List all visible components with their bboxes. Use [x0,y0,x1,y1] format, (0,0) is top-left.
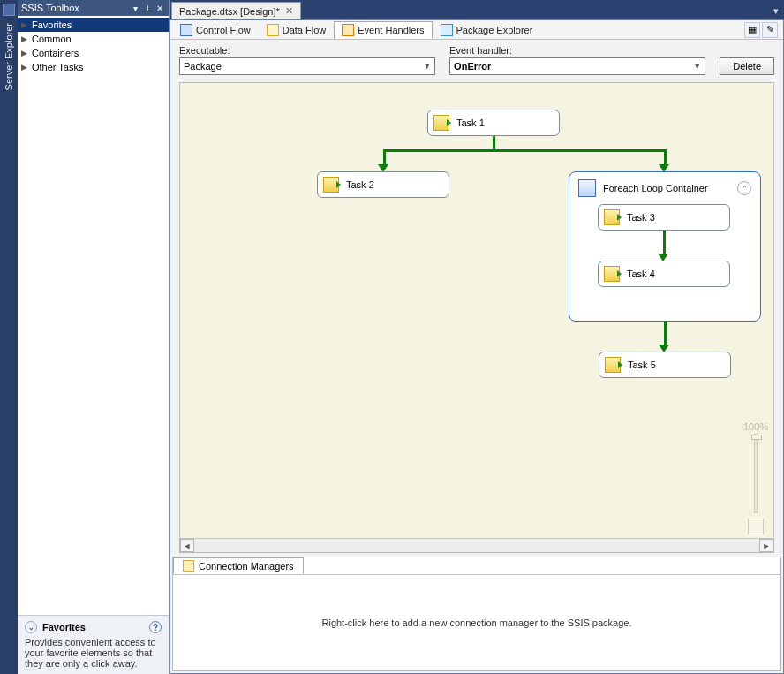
caret-icon: ▶ [21,34,28,43]
chevron-down-icon: ▼ [423,62,431,71]
tab-label: Control Flow [196,25,251,35]
task-node-4[interactable]: Task 4 [598,261,730,287]
task-label: Task 3 [627,212,655,223]
tab-label: Event Handlers [358,25,424,35]
event-handler-label: Event handler: [449,45,705,56]
delete-button[interactable]: Delete [720,57,774,75]
tab-data-flow[interactable]: Data Flow [259,21,335,39]
caret-icon: ▶ [21,20,28,29]
chevron-down-icon: ▼ [693,62,701,71]
toolbox-tree: ▶ Favorites ▶ Common ▶ Containers ▶ Othe… [18,16,169,615]
toolbox-footer-desc: Provides convenient access to your favor… [25,637,162,669]
event-handler-value: OnError [454,61,491,72]
horizontal-scrollbar[interactable]: ◄ ► [180,538,773,552]
tab-event-handlers[interactable]: Event Handlers [334,21,432,39]
design-canvas[interactable]: Task 1 Task 2 [180,83,773,552]
chevron-down-icon[interactable]: ⌄ [25,621,37,633]
control-flow-icon [180,24,192,36]
toolbox-item-label: Favorites [32,19,72,30]
connection-managers-tab[interactable]: Connection Managers [173,557,304,574]
connector[interactable] [493,136,495,149]
zoom-thumb[interactable] [751,435,762,440]
close-icon[interactable]: ✕ [285,5,293,17]
variables-button[interactable]: ▦ [744,22,760,38]
task-node-5[interactable]: Task 5 [599,352,731,378]
executable-label: Executable: [179,45,435,56]
toolbox-item-label: Common [32,34,72,44]
event-handler-combo[interactable]: OnError ▼ [449,57,705,75]
toolbox-pin-icon[interactable]: ⊥ [142,3,153,13]
side-rail[interactable]: Server Explorer [0,0,18,674]
package-explorer-icon [441,24,453,36]
toolbox-title: SSIS Toolbox [21,3,79,13]
task-node-1[interactable]: Task 1 [427,110,560,136]
tab-label: Package Explorer [456,25,533,35]
zoom-fit-button[interactable] [748,519,764,534]
document-tab-row: Package.dtsx [Design]* ✕ ▾ [170,0,784,19]
connector[interactable] [383,149,666,152]
zoom-slider[interactable]: 100% [745,421,766,534]
toolbox-item-label: Containers [32,48,79,58]
task-label: Task 2 [346,179,374,190]
toolbox-button[interactable]: ✎ [762,22,778,38]
connection-managers-icon [183,560,194,572]
zoom-label: 100% [743,421,768,432]
foreach-container-icon [578,179,596,197]
toolbox-description-panel: ⌄ Favorites ? Provides convenient access… [18,615,169,674]
task-node-3[interactable]: Task 3 [598,204,730,231]
task-label: Task 4 [627,269,655,279]
connection-managers-panel: Connection Managers Right-click here to … [172,557,781,671]
collapse-icon[interactable]: ⌃ [737,181,751,195]
canvas-wrap: Task 1 Task 2 [179,82,774,553]
container-label: Foreach Loop Container [603,183,708,193]
scroll-right-icon[interactable]: ► [759,539,773,552]
task-node-2[interactable]: Task 2 [317,171,449,198]
side-rail-label: Server Explorer [4,23,14,90]
toolbox-dropdown-icon[interactable]: ▾ [130,3,140,13]
tab-label: Data Flow [283,25,327,35]
task-icon [604,266,620,282]
designer-tab-row: Control Flow Data Flow Event Handlers Pa… [170,20,783,40]
document-tab[interactable]: Package.dtsx [Design]* ✕ [171,2,301,19]
window-dropdown-icon[interactable]: ▾ [773,5,779,17]
task-label: Task 5 [628,360,656,370]
toolbox-item-label: Other Tasks [32,62,84,72]
tab-package-explorer[interactable]: Package Explorer [433,21,541,39]
executable-combo[interactable]: Package ▼ [179,57,435,75]
ssis-toolbox-panel: SSIS Toolbox ▾ ⊥ ✕ ▶ Favorites ▶ Common … [18,0,170,674]
data-flow-icon [267,24,279,36]
caret-icon: ▶ [21,49,28,57]
document-tab-title: Package.dtsx [Design]* [179,6,280,17]
connector[interactable] [664,322,667,346]
zoom-track[interactable] [754,434,758,513]
toolbox-item-common[interactable]: ▶ Common [18,32,169,46]
task-icon [605,357,621,373]
server-explorer-icon [3,4,15,16]
designer-surface: Control Flow Data Flow Event Handlers Pa… [170,19,784,674]
event-handler-selectors: Executable: Package ▼ Event handler: OnE… [170,40,783,77]
foreach-loop-container[interactable]: Foreach Loop Container ⌃ Task 3 [569,171,761,322]
connection-managers-area[interactable]: Right-click here to add a new connection… [173,575,780,670]
caret-icon: ▶ [21,63,28,72]
toolbox-footer-title: Favorites [42,622,86,632]
scroll-left-icon[interactable]: ◄ [180,539,194,552]
help-icon[interactable]: ? [149,621,162,633]
task-label: Task 1 [456,117,485,128]
tab-control-flow[interactable]: Control Flow [172,21,259,39]
task-icon [323,177,339,193]
toolbox-item-other-tasks[interactable]: ▶ Other Tasks [18,60,169,74]
toolbox-item-containers[interactable]: ▶ Containers [18,46,169,60]
editor-area: Package.dtsx [Design]* ✕ ▾ Control Flow … [170,0,784,674]
toolbox-item-favorites[interactable]: ▶ Favorites [18,18,169,32]
task-icon [433,115,449,131]
task-icon [604,209,620,225]
connection-managers-hint: Right-click here to add a new connection… [322,617,632,628]
button-label: Delete [733,61,761,72]
toolbox-close-icon[interactable]: ✕ [155,3,165,13]
event-handlers-icon [342,24,354,36]
connector[interactable] [663,231,666,255]
toolbox-header: SSIS Toolbox ▾ ⊥ ✕ [18,0,169,16]
executable-value: Package [184,61,222,72]
tab-label: Connection Managers [199,561,294,572]
